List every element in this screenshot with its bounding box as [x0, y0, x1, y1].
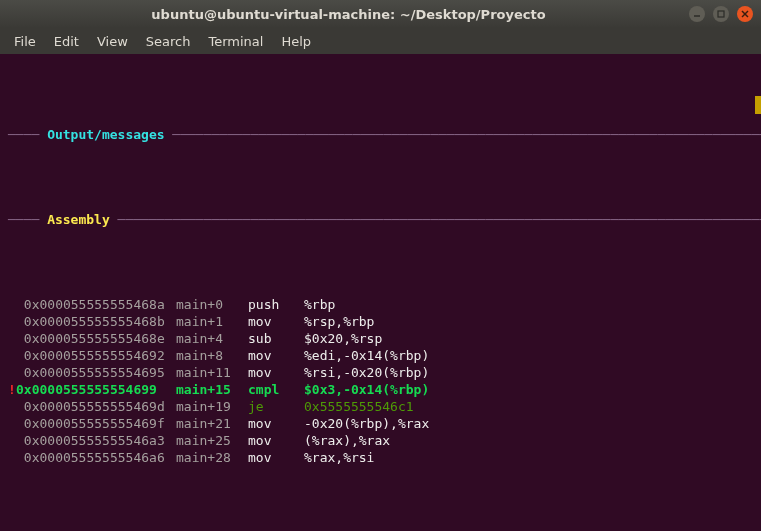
- section-output-messages: ──── Output/messages ───────────────────…: [8, 126, 753, 143]
- asm-opcode: mov: [248, 347, 304, 364]
- window-title: ubuntu@ubuntu-virtual-machine: ~/Desktop…: [8, 6, 689, 23]
- assembly-row: 0x000055555555469fmain+21mov-0x20(%rbp),…: [8, 415, 753, 432]
- asm-operands: %rbp: [304, 296, 335, 313]
- asm-opcode: je: [248, 398, 304, 415]
- terminal-output[interactable]: ──── Output/messages ───────────────────…: [0, 54, 761, 531]
- assembly-row: 0x00005555555546a6main+28mov%rax,%rsi: [8, 449, 753, 466]
- close-button[interactable]: [737, 6, 753, 22]
- menu-view[interactable]: View: [89, 30, 136, 53]
- asm-opcode: mov: [248, 432, 304, 449]
- assembly-row: 0x0000555555554692main+8mov%edi,-0x14(%r…: [8, 347, 753, 364]
- asm-opcode: cmpl: [248, 381, 304, 398]
- assembly-row: 0x000055555555468amain+0push%rbp: [8, 296, 753, 313]
- menu-edit[interactable]: Edit: [46, 30, 87, 53]
- asm-operands: %rsp,%rbp: [304, 313, 374, 330]
- asm-operands: -0x20(%rbp),%rax: [304, 415, 429, 432]
- asm-opcode: mov: [248, 313, 304, 330]
- assembly-row: 0x0000555555554695main+11mov%rsi,-0x20(%…: [8, 364, 753, 381]
- asm-symbol: main+19: [176, 398, 248, 415]
- menu-search[interactable]: Search: [138, 30, 199, 53]
- asm-address: 0x00005555555546a3: [16, 432, 176, 449]
- asm-opcode: sub: [248, 330, 304, 347]
- asm-opcode: mov: [248, 449, 304, 466]
- asm-operands: $0x20,%rsp: [304, 330, 382, 347]
- maximize-button[interactable]: [713, 6, 729, 22]
- asm-symbol: main+0: [176, 296, 248, 313]
- window-controls: [689, 6, 753, 22]
- minimize-button[interactable]: [689, 6, 705, 22]
- asm-opcode: push: [248, 296, 304, 313]
- asm-address: 0x000055555555468b: [16, 313, 176, 330]
- assembly-row: 0x000055555555468emain+4sub$0x20,%rsp: [8, 330, 753, 347]
- svg-rect-1: [718, 11, 724, 17]
- asm-symbol: main+25: [176, 432, 248, 449]
- asm-address: 0x000055555555468a: [16, 296, 176, 313]
- asm-address: 0x0000555555554692: [16, 347, 176, 364]
- asm-opcode: mov: [248, 415, 304, 432]
- assembly-row: 0x000055555555468bmain+1mov%rsp,%rbp: [8, 313, 753, 330]
- menu-terminal[interactable]: Terminal: [200, 30, 271, 53]
- asm-opcode: mov: [248, 364, 304, 381]
- assembly-row: 0x000055555555469dmain+19je0x5555555546c…: [8, 398, 753, 415]
- asm-symbol: main+1: [176, 313, 248, 330]
- asm-address: 0x0000555555554695: [16, 364, 176, 381]
- menu-file[interactable]: File: [6, 30, 44, 53]
- asm-symbol: main+8: [176, 347, 248, 364]
- right-indicator: [755, 96, 761, 114]
- asm-address: 0x000055555555468e: [16, 330, 176, 347]
- asm-operands: %edi,-0x14(%rbp): [304, 347, 429, 364]
- menu-help[interactable]: Help: [273, 30, 319, 53]
- assembly-listing: 0x000055555555468amain+0push%rbp 0x00005…: [8, 296, 753, 466]
- asm-address: 0x00005555555546a6: [16, 449, 176, 466]
- window-titlebar: ubuntu@ubuntu-virtual-machine: ~/Desktop…: [0, 0, 761, 28]
- assembly-row: !0x0000555555554699main+15cmpl$0x3,-0x14…: [8, 381, 753, 398]
- assembly-row: 0x00005555555546a3main+25mov(%rax),%rax: [8, 432, 753, 449]
- asm-address: 0x000055555555469d: [16, 398, 176, 415]
- asm-operands: (%rax),%rax: [304, 432, 390, 449]
- asm-symbol: main+21: [176, 415, 248, 432]
- asm-symbol: main+15: [176, 381, 248, 398]
- asm-operands: 0x5555555546c1: [304, 398, 421, 415]
- asm-operands: %rax,%rsi: [304, 449, 374, 466]
- asm-symbol: main+11: [176, 364, 248, 381]
- asm-address: 0x000055555555469f: [16, 415, 176, 432]
- asm-operands: $0x3,-0x14(%rbp): [304, 381, 429, 398]
- asm-address: 0x0000555555554699: [16, 381, 176, 398]
- asm-operands: %rsi,-0x20(%rbp): [304, 364, 429, 381]
- asm-symbol: main+28: [176, 449, 248, 466]
- menubar: File Edit View Search Terminal Help: [0, 28, 761, 54]
- section-assembly: ──── Assembly ──────────────────────────…: [8, 211, 753, 228]
- asm-symbol: main+4: [176, 330, 248, 347]
